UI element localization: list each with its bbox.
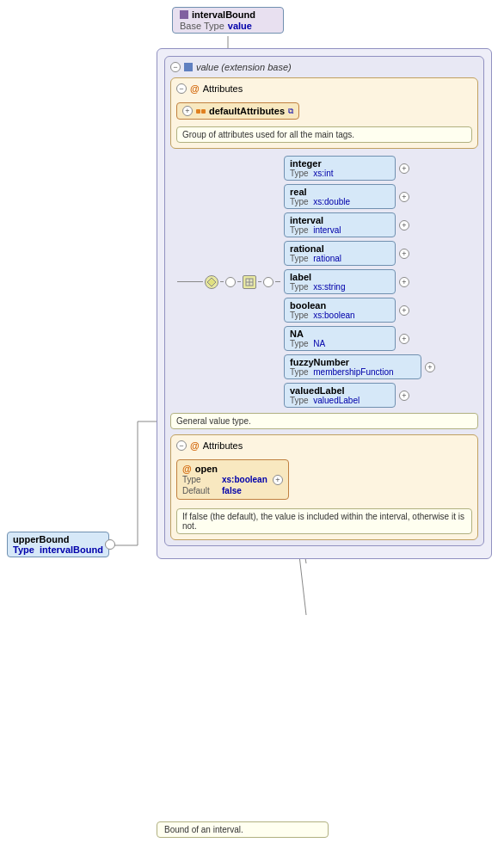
type-nodes-column: integer Type xs:int + real Type xs:doubl… [284,156,435,408]
open-attribute-node[interactable]: @ open Type xs:boolean + Default false [176,459,289,500]
default-attributes-title: defaultAttributes [209,106,285,116]
expand-integer-button[interactable]: + [399,163,409,174]
type-node-na-type: Type NA [290,339,390,348]
type-node-row-na: NA Type NA + [284,326,435,351]
type-node-rational[interactable]: rational Type rational [284,241,396,266]
type-node-row-rational: rational Type rational + [284,241,435,266]
attributes-title-2: Attributes [203,440,243,451]
type-node-row-valuedlabel: valuedLabel Type valuedLabel + [284,383,435,408]
type-node-fuzzynumber[interactable]: fuzzyNumber Type membershipFunction [284,354,421,379]
type-node-label-name: label [290,272,390,282]
open-default-value: false [222,486,242,495]
expand-fuzzynumber-button[interactable]: + [425,362,435,372]
type-node-rational-type: Type rational [290,254,390,263]
type-node-row-fuzzynumber: fuzzyNumber Type membershipFunction + [284,354,435,379]
bound-tooltip: Bound of an interval. [157,821,329,838]
open-default-label: Default [182,486,217,495]
attributes-title-1: Attributes [203,83,243,94]
type-node-fuzzynumber-type: Type membershipFunction [290,367,415,377]
open-at-icon: @ [182,464,192,474]
choice-center-square [243,275,256,289]
expand-boolean-button[interactable]: + [399,305,409,316]
type-node-valuedlabel-type: Type valuedLabel [290,396,390,405]
type-node-na-name: NA [290,329,390,339]
general-value-tooltip: General value type. [170,413,478,429]
type-node-boolean-type: Type xs:boolean [290,311,390,320]
type-node-interval-name: interval [290,215,390,225]
open-attr-tooltip: If false (the default), the value is inc… [176,508,472,534]
type-node-real-type: Type xs:double [290,197,390,206]
type-node-row-boolean: boolean Type xs:boolean + [284,298,435,323]
attributes-box-1: − @ Attributes + defaultAttributes ⧉ Gro… [170,77,478,149]
expand-na-button[interactable]: + [399,334,409,344]
base-type-value: value [228,21,252,31]
at-icon: @ [190,83,200,94]
upper-bound-title: upperBound [13,534,103,544]
orange-blocks-icon [196,109,206,114]
purple-square-icon [180,10,188,19]
type-node-label[interactable]: label Type xs:string [284,269,396,294]
expand-label-button[interactable]: + [399,277,409,287]
expand-open-attr-button[interactable]: + [273,475,283,485]
type-node-real-name: real [290,187,390,197]
type-node-boolean[interactable]: boolean Type xs:boolean [284,298,396,323]
blue-square-icon [184,63,193,71]
type-node-integer[interactable]: integer Type xs:int [284,156,396,181]
collapse-attributes-2-button[interactable]: − [176,440,187,451]
expand-rational-button[interactable]: + [399,249,409,259]
choice-circle-2 [263,277,274,287]
at-icon-2: @ [190,440,200,451]
expand-real-button[interactable]: + [399,192,409,202]
type-node-row-real: real Type xs:double + [284,184,435,209]
open-type-value: xs:boolean [222,475,267,485]
default-attributes-node[interactable]: + defaultAttributes ⧉ [176,102,299,120]
expand-default-attr-button[interactable]: + [182,106,193,116]
link-icon: ⧉ [288,107,293,116]
type-node-row-integer: integer Type xs:int + [284,156,435,181]
base-type-label: Base Type [180,21,224,31]
interval-bound-title: intervalBound [192,9,255,20]
type-node-integer-name: integer [290,158,390,169]
main-outer-box: − value (extension base) − @ Attributes … [157,48,492,559]
choice-left-diamond [205,275,218,289]
type-node-fuzzynumber-name: fuzzyNumber [290,357,415,367]
type-node-na[interactable]: NA Type NA [284,326,396,351]
value-section-title: value (extension base) [196,62,292,72]
svg-marker-13 [207,278,216,286]
choice-circle-1 [225,277,236,287]
type-node-row-label: label Type xs:string + [284,269,435,294]
open-type-label: Type [182,475,217,485]
connector-group-left [177,275,280,289]
type-node-real[interactable]: real Type xs:double [284,184,396,209]
diagram-container: intervalBound Base Type value − value (e… [0,0,504,855]
interval-bound-node[interactable]: intervalBound Base Type value [172,7,284,34]
expand-valuedlabel-button[interactable]: + [399,391,409,401]
type-node-row-interval: interval Type interval + [284,212,435,237]
type-node-interval[interactable]: interval Type interval [284,212,396,237]
choice-connector-area: integer Type xs:int + real Type xs:doubl… [177,156,478,408]
upper-bound-connector [105,539,115,550]
type-node-label-type: Type xs:string [290,282,390,292]
collapse-value-button[interactable]: − [170,62,181,72]
expand-interval-button[interactable]: + [399,220,409,231]
type-node-integer-type: Type xs:int [290,169,390,178]
upper-bound-node[interactable]: upperBound Type intervalBound [7,532,109,557]
default-attr-tooltip: Group of attributes used for all the mai… [176,126,472,143]
type-node-valuedlabel-name: valuedLabel [290,385,390,396]
type-node-valuedlabel[interactable]: valuedLabel Type valuedLabel [284,383,396,408]
attributes-box-2: − @ Attributes @ open Type xs:boolean + [170,434,478,540]
type-node-boolean-name: boolean [290,300,390,311]
type-node-interval-type: Type interval [290,225,390,235]
value-extension-section: − value (extension base) − @ Attributes … [164,56,484,546]
type-node-rational-name: rational [290,243,390,254]
open-attr-title: open [195,464,218,474]
collapse-attributes-button[interactable]: − [176,83,187,94]
upper-bound-type-value: intervalBound [40,544,103,555]
